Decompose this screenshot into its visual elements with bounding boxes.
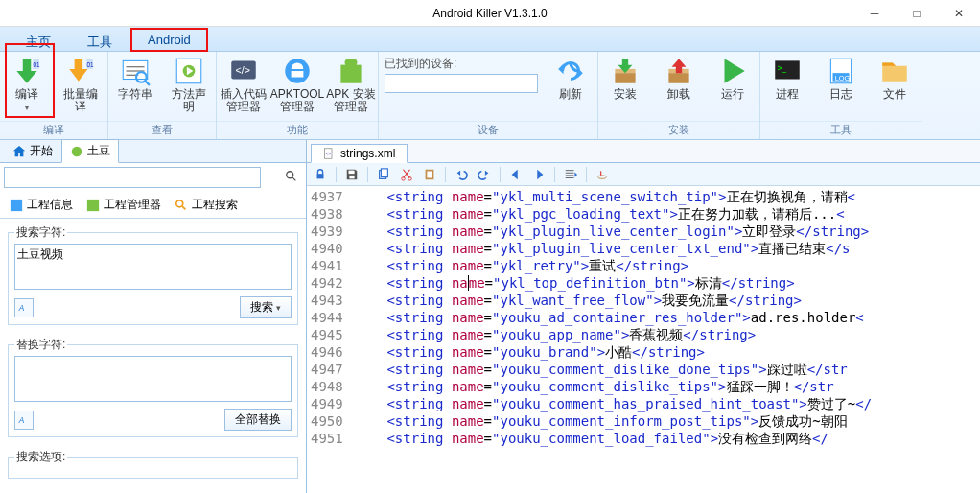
- svg-rect-29: [87, 199, 99, 210]
- ribbon-group-label: 设备: [379, 121, 597, 139]
- subtab-project-search[interactable]: 工程搜索: [169, 194, 244, 216]
- ribbon-uninstall-button[interactable]: 卸载: [652, 52, 706, 121]
- svg-point-30: [176, 200, 183, 206]
- code-line[interactable]: <string name="ykl_want_free_flow">我要免流量<…: [355, 292, 872, 309]
- ribbon-apktool-button[interactable]: APKTOOL管理器: [270, 52, 324, 121]
- code-line[interactable]: <string name="ykl_retry">重试</string>: [355, 257, 872, 274]
- svg-line-27: [292, 177, 296, 181]
- svg-text:A: A: [18, 416, 25, 425]
- tab-android[interactable]: Android: [130, 28, 208, 52]
- strings-icon: [119, 56, 152, 86]
- maximize-button[interactable]: □: [896, 0, 938, 27]
- code-line[interactable]: <string name="ykl_multi_scene_switch_tip…: [355, 188, 872, 205]
- subtab-project-mgr[interactable]: 工程管理器: [81, 194, 167, 216]
- back-icon[interactable]: [506, 165, 525, 184]
- compile-multi-icon: 01: [64, 56, 97, 86]
- code-line[interactable]: <string name="ykl_plugin_live_center_txt…: [355, 240, 872, 257]
- replace-string-textarea[interactable]: [14, 356, 292, 402]
- code-line[interactable]: <string name="ykl_top_definition_btn">标清…: [355, 274, 872, 292]
- svg-text:01: 01: [86, 61, 94, 68]
- line-number: 4939: [311, 223, 343, 240]
- copy-icon[interactable]: [374, 165, 393, 184]
- code-line[interactable]: <string name="youku_brand">小酷</string>: [355, 343, 872, 361]
- ribbon-compile-multi-button[interactable]: 01批量编译: [54, 52, 107, 121]
- ribbon-group-label: 安装: [598, 121, 759, 139]
- left-tab-start[interactable]: 开始: [4, 139, 61, 163]
- ribbon-apk-install-button[interactable]: APK 安装管理器: [324, 52, 378, 121]
- close-button[interactable]: ✕: [938, 0, 980, 27]
- subtab-project-info[interactable]: 工程信息: [4, 194, 79, 216]
- line-number: 4944: [311, 309, 343, 326]
- code-line[interactable]: <string name="ykl_plugin_live_center_log…: [355, 223, 872, 240]
- tab-tools[interactable]: 工具: [69, 28, 130, 52]
- file-tab-strings-xml[interactable]: <> strings.xml: [311, 144, 408, 163]
- svg-rect-16: [615, 73, 635, 83]
- ribbon-code-mgr-button[interactable]: </>插入代码管理器: [217, 52, 270, 121]
- ribbon-install-button[interactable]: 安装: [598, 52, 652, 121]
- svg-rect-44: [427, 171, 432, 177]
- run-icon: [716, 56, 749, 86]
- ribbon-run-button[interactable]: 运行: [706, 52, 759, 121]
- java-icon[interactable]: [593, 165, 612, 184]
- svg-point-26: [287, 172, 293, 178]
- log-icon: LOG: [825, 56, 857, 86]
- ribbon-group-label: 编译: [0, 121, 107, 139]
- line-number: 4949: [311, 395, 343, 412]
- left-tab-project[interactable]: 土豆: [61, 139, 119, 163]
- code-line[interactable]: <string name="youku_comment_has_praised_…: [355, 395, 872, 412]
- replace-font-button[interactable]: A: [14, 411, 34, 430]
- svg-rect-37: [349, 170, 355, 174]
- ribbon-log-button[interactable]: LOG日志: [814, 52, 868, 121]
- ribbon-methods-button[interactable]: 方法声明: [162, 52, 216, 121]
- search-string-label: 搜索字符:: [14, 224, 67, 241]
- paste-icon[interactable]: [420, 165, 439, 184]
- lock-icon[interactable]: [311, 165, 330, 184]
- ribbon-process-button[interactable]: >_进程: [760, 52, 814, 121]
- ribbon-tabs: 主页 工具 Android: [0, 27, 980, 52]
- project-filter-input[interactable]: [4, 167, 261, 188]
- code-line[interactable]: <string name="youku_ad_container_res_hol…: [355, 309, 872, 326]
- search-button[interactable]: 搜索▾: [240, 296, 292, 318]
- line-number: 4938: [311, 205, 343, 223]
- svg-rect-15: [345, 59, 358, 67]
- tab-home[interactable]: 主页: [8, 28, 69, 52]
- save-icon[interactable]: [342, 165, 362, 184]
- ribbon-strings-button[interactable]: 字符串: [108, 52, 162, 121]
- forward-icon[interactable]: [529, 165, 548, 184]
- ribbon-group-label: 查看: [108, 121, 216, 139]
- redo-icon[interactable]: [475, 165, 494, 184]
- replace-string-label: 替换字符:: [14, 337, 67, 353]
- cut-icon[interactable]: [397, 165, 416, 184]
- goto-line-icon[interactable]: [561, 165, 580, 184]
- code-line[interactable]: <string name="youku_comment_inform_post_…: [355, 412, 872, 430]
- undo-icon[interactable]: [452, 165, 471, 184]
- code-line[interactable]: <string name="youku_app_name">香蕉视频</stri…: [355, 326, 872, 343]
- line-number: 4947: [311, 361, 343, 378]
- code-line[interactable]: <string name="youku_comment_dislike_tips…: [355, 378, 872, 395]
- methods-icon: [173, 56, 205, 86]
- code-line[interactable]: <string name="ykl_pgc_loading_text">正在努力…: [355, 205, 872, 223]
- ribbon-files-button[interactable]: 文件: [868, 52, 922, 121]
- svg-text:>_: >_: [777, 63, 786, 73]
- process-icon: >_: [771, 56, 804, 86]
- search-icon[interactable]: [285, 170, 298, 186]
- search-string-textarea[interactable]: 土豆视频: [14, 244, 292, 290]
- info-icon: [10, 199, 23, 212]
- code-mgr-icon: </>: [227, 56, 260, 86]
- ribbon-group-label: 功能: [217, 121, 378, 139]
- line-number: 4940: [311, 240, 343, 257]
- mgr-icon: [86, 199, 100, 212]
- code-line[interactable]: <string name="youku_comment_dislike_done…: [355, 361, 872, 378]
- uninstall-icon: [663, 56, 695, 86]
- search-font-button[interactable]: A: [14, 298, 34, 317]
- device-dropdown[interactable]: [385, 74, 538, 93]
- ribbon-refresh-button[interactable]: 刷新: [544, 52, 597, 121]
- ribbon-compile-down-button[interactable]: 01编译▾: [0, 52, 54, 121]
- apk-install-icon: [335, 56, 367, 86]
- code-line[interactable]: <string name="youku_comment_load_failed"…: [355, 430, 872, 447]
- install-icon: [609, 56, 642, 86]
- search-options-label: 搜索选项:: [14, 449, 67, 465]
- svg-line-31: [182, 205, 186, 209]
- minimize-button[interactable]: ─: [853, 0, 896, 27]
- replace-all-button[interactable]: 全部替换: [224, 409, 292, 431]
